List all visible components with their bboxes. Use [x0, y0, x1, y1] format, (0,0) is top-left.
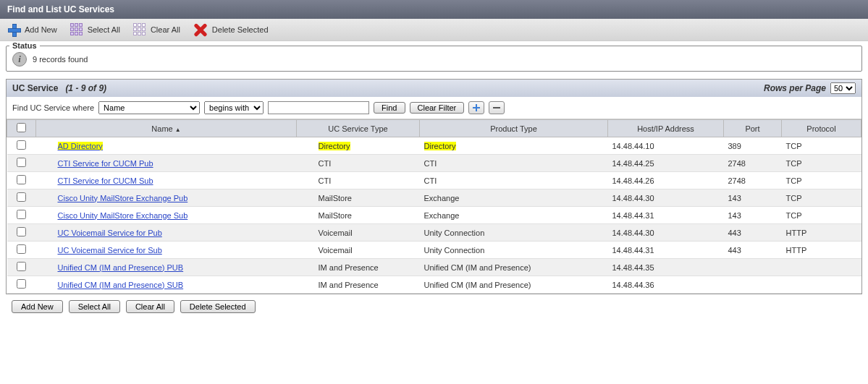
- select-all-checkbox[interactable]: [17, 123, 26, 132]
- table-row: AD DirectoryDirectoryDirectory14.48.44.1…: [7, 137, 861, 155]
- remove-criteria-button[interactable]: [489, 101, 505, 114]
- col-product-type[interactable]: Product Type: [420, 120, 608, 137]
- delete-selected-button[interactable]: Delete Selected: [193, 23, 269, 36]
- row-port: [724, 276, 782, 294]
- top-toolbar: Add New Select All Clear All Delete Sele…: [0, 19, 868, 41]
- row-checkbox-cell: [7, 172, 36, 189]
- table-row: CTI Service for CUCM SubCTICTI14.48.44.2…: [7, 172, 861, 189]
- row-name-link[interactable]: Unified CM (IM and Presence) PUB: [58, 263, 184, 272]
- grid-icon: [70, 23, 83, 36]
- row-name-link[interactable]: UC Voicemail Service for Sub: [58, 246, 162, 255]
- status-message: 9 records found: [33, 55, 88, 64]
- row-service-type: MailStore: [297, 189, 420, 207]
- col-name[interactable]: Name ▲: [36, 120, 297, 137]
- footer-add-new-button[interactable]: Add New: [12, 300, 63, 313]
- row-port: 143: [724, 207, 782, 224]
- row-port: 389: [724, 137, 782, 155]
- add-new-label: Add New: [25, 25, 57, 34]
- add-new-button[interactable]: Add New: [7, 23, 57, 36]
- row-name-link[interactable]: CTI Service for CUCM Sub: [58, 176, 153, 185]
- row-host: 14.48.44.25: [608, 155, 724, 172]
- select-all-button[interactable]: Select All: [70, 23, 120, 36]
- row-service-type: MailStore: [297, 207, 420, 224]
- row-protocol: TCP: [782, 189, 861, 207]
- row-checkbox[interactable]: [17, 192, 26, 202]
- col-port[interactable]: Port: [724, 120, 782, 137]
- footer-delete-selected-button[interactable]: Delete Selected: [180, 300, 256, 313]
- row-name-link[interactable]: Cisco Unity MailStore Exchange Pub: [58, 194, 188, 202]
- table-row: UC Voicemail Service for SubVoicemailUni…: [7, 242, 861, 259]
- row-host: 14.48.44.10: [608, 137, 724, 155]
- rows-per-page-select[interactable]: 50: [830, 82, 856, 94]
- row-checkbox-cell: [7, 259, 36, 276]
- row-name-link[interactable]: Unified CM (IM and Presence) SUB: [58, 281, 184, 289]
- results-table: Name ▲ UC Service Type Product Type Host…: [7, 119, 861, 294]
- row-name-link[interactable]: UC Voicemail Service for Pub: [58, 229, 162, 237]
- row-checkbox-cell: [7, 155, 36, 172]
- row-product-type: Unified CM (IM and Presence): [420, 259, 608, 276]
- row-host: 14.48.44.30: [608, 224, 724, 242]
- svg-rect-0: [493, 107, 500, 108]
- row-service-type: IM and Presence: [297, 276, 420, 294]
- table-row: Cisco Unity MailStore Exchange SubMailSt…: [7, 207, 861, 224]
- row-name-link[interactable]: Cisco Unity MailStore Exchange Sub: [58, 211, 188, 220]
- row-protocol: [782, 276, 861, 294]
- row-product-type: Unified CM (IM and Presence): [420, 276, 608, 294]
- row-protocol: TCP: [782, 207, 861, 224]
- footer-select-all-button[interactable]: Select All: [69, 300, 120, 313]
- row-name-cell: UC Voicemail Service for Pub: [36, 224, 297, 242]
- delete-selected-label: Delete Selected: [212, 25, 269, 34]
- row-product-type: Exchange: [420, 189, 608, 207]
- col-service-type[interactable]: UC Service Type: [297, 120, 420, 137]
- table-header-row: Name ▲ UC Service Type Product Type Host…: [7, 120, 861, 137]
- rows-per-page-label: Rows per Page: [764, 83, 826, 93]
- sort-asc-icon: ▲: [175, 127, 181, 133]
- row-checkbox[interactable]: [17, 140, 26, 150]
- footer-toolbar: Add New Select All Clear All Delete Sele…: [6, 294, 862, 319]
- table-row: Cisco Unity MailStore Exchange PubMailSt…: [7, 189, 861, 207]
- clear-filter-button[interactable]: Clear Filter: [410, 102, 465, 114]
- search-prefix: Find UC Service where: [12, 103, 94, 112]
- row-port: [724, 259, 782, 276]
- row-name-cell: Cisco Unity MailStore Exchange Sub: [36, 207, 297, 224]
- row-product-type: Unity Connection: [420, 242, 608, 259]
- list-header: UC Service (1 - 9 of 9) Rows per Page 50: [7, 80, 861, 97]
- clear-all-button[interactable]: Clear All: [133, 23, 180, 36]
- row-checkbox-cell: [7, 276, 36, 294]
- table-row: Unified CM (IM and Presence) PUBIM and P…: [7, 259, 861, 276]
- plus-icon: [7, 23, 20, 36]
- row-service-type: CTI: [297, 155, 420, 172]
- grid-empty-icon: [133, 23, 146, 36]
- row-host: 14.48.44.36: [608, 276, 724, 294]
- search-value-input[interactable]: [268, 101, 369, 114]
- row-port: 2748: [724, 155, 782, 172]
- row-name-link[interactable]: AD Directory: [58, 142, 103, 150]
- x-icon: [193, 23, 208, 36]
- row-checkbox[interactable]: [17, 175, 26, 184]
- col-protocol[interactable]: Protocol: [782, 120, 861, 137]
- row-port: 443: [724, 242, 782, 259]
- row-name-link[interactable]: CTI Service for CUCM Pub: [58, 159, 153, 168]
- table-row: Unified CM (IM and Presence) SUBIM and P…: [7, 276, 861, 294]
- search-op-select[interactable]: begins with: [204, 101, 264, 114]
- row-checkbox[interactable]: [17, 158, 26, 167]
- list-title: UC Service: [12, 83, 58, 93]
- row-checkbox[interactable]: [17, 279, 26, 289]
- row-product-type: Exchange: [420, 207, 608, 224]
- row-checkbox-cell: [7, 224, 36, 242]
- row-port: 443: [724, 224, 782, 242]
- search-field-select[interactable]: Name: [98, 101, 200, 114]
- row-product-type: CTI: [420, 172, 608, 189]
- add-criteria-button[interactable]: [468, 101, 484, 114]
- row-host: 14.48.44.31: [608, 207, 724, 224]
- footer-clear-all-button[interactable]: Clear All: [126, 300, 174, 313]
- row-checkbox[interactable]: [17, 227, 26, 236]
- row-checkbox[interactable]: [17, 210, 26, 219]
- col-checkbox[interactable]: [7, 120, 36, 137]
- col-host[interactable]: Host/IP Address: [608, 120, 724, 137]
- clear-all-label: Clear All: [151, 25, 180, 34]
- row-port: 143: [724, 189, 782, 207]
- row-checkbox[interactable]: [17, 262, 26, 271]
- row-checkbox[interactable]: [17, 244, 26, 254]
- find-button[interactable]: Find: [374, 102, 405, 114]
